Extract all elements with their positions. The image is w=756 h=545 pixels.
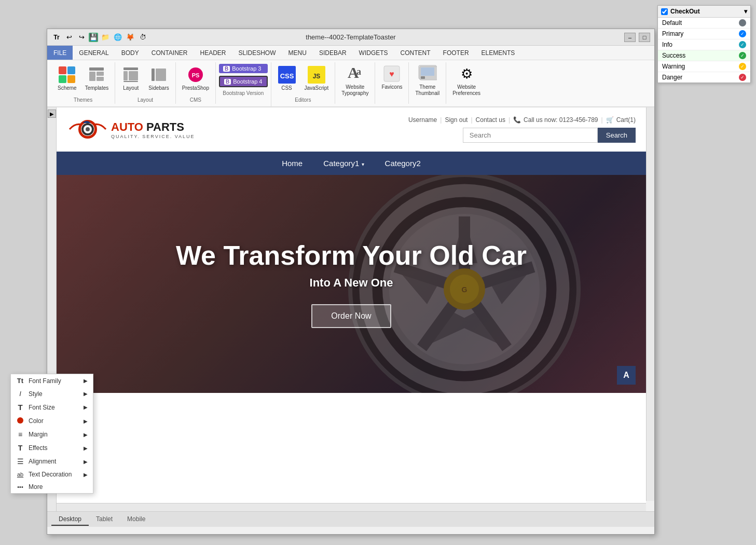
redo-icon[interactable]: ↪ (76, 32, 87, 43)
nav-category2[interactable]: Category2 (385, 159, 421, 168)
default-dot (739, 19, 746, 26)
css-icon: CSS (278, 65, 296, 84)
undo-icon[interactable]: ↩ (64, 32, 74, 43)
checkout-item-default[interactable]: Default (658, 18, 750, 29)
svg-text:♥: ♥ (390, 70, 395, 78)
scheme-button[interactable]: Scheme (54, 63, 80, 93)
scroll-top-button[interactable]: A (617, 366, 636, 385)
editor-window: Tr ↩ ↪ 💾 📁 🌐 🦊 ⏱ theme--4002-TemplateToa… (47, 29, 655, 535)
color-icon (16, 417, 24, 425)
font-family-arrow: ▶ (84, 378, 88, 384)
menu-file[interactable]: FILE (47, 46, 73, 60)
javascript-button[interactable]: JS JavaScript (301, 63, 332, 93)
menu-sidebar[interactable]: SIDEBAR (313, 46, 353, 60)
website-typography-button[interactable]: A a WebsiteTypography (338, 62, 372, 99)
ribbon-group-preferences: ⚙ WebsitePreferences (446, 62, 487, 104)
checkout-item-success[interactable]: Success ✓ (658, 50, 750, 61)
tab-tablet[interactable]: Tablet (89, 513, 120, 526)
menu-container[interactable]: CONTAINER (145, 46, 194, 60)
window-controls[interactable]: – □ (624, 33, 650, 42)
menu-body[interactable]: BODY (115, 46, 145, 60)
menu-footer[interactable]: FOOTER (437, 46, 475, 60)
cart-link[interactable]: Cart(1) (616, 116, 636, 124)
svg-rect-5 (123, 71, 128, 80)
save-icon[interactable]: 💾 (89, 33, 98, 42)
layout-label: Layout (123, 85, 139, 91)
checkout-item-warning[interactable]: Warning ✓ (658, 61, 750, 72)
signout-link[interactable]: Sign out (445, 116, 468, 124)
ctx-font-family[interactable]: Tt Font Family ▶ (11, 374, 93, 387)
logo-sub: QUALITY. SERVICE. VALUE (111, 134, 195, 139)
tab-desktop[interactable]: Desktop (51, 513, 89, 526)
ribbon-group-typography: A a WebsiteTypography (335, 62, 375, 104)
phone-number: Call us now: 0123-456-789 (524, 116, 598, 124)
favicons-button[interactable]: ♥ Favicons (378, 62, 405, 92)
preview-scrollbar-bottom[interactable] (57, 503, 646, 511)
menu-elements[interactable]: ELEMENTS (475, 46, 521, 60)
checkout-item-primary[interactable]: Primary ✓ (658, 29, 750, 39)
ctx-font-size[interactable]: T Font Size ▶ (11, 400, 93, 414)
minimize-button[interactable]: – (624, 33, 636, 42)
theme-thumbnail-button[interactable]: ThemeThumbnail (412, 62, 443, 99)
menu-slideshow[interactable]: SLIDESHOW (232, 46, 282, 60)
preferences-label: WebsitePreferences (452, 84, 480, 97)
prestashop-button[interactable]: PS PrestaShop (179, 63, 212, 93)
menu-widgets[interactable]: WIDGETS (353, 46, 394, 60)
checkout-success-label: Success (662, 52, 685, 59)
templates-label: Templates (85, 85, 109, 91)
menu-general[interactable]: GENERAL (73, 46, 115, 60)
nav-category1[interactable]: Category1 ▾ (323, 159, 364, 168)
bs4-badge: B (224, 79, 231, 85)
checkout-arrow[interactable]: ▾ (744, 8, 747, 15)
website-preferences-button[interactable]: ⚙ WebsitePreferences (449, 62, 484, 99)
checkout-checkbox[interactable] (661, 8, 668, 15)
search-button[interactable]: Search (598, 128, 636, 143)
tab-mobile[interactable]: Mobile (120, 513, 153, 526)
maximize-button[interactable]: □ (639, 33, 650, 42)
browser-icon2[interactable]: 🦊 (125, 32, 135, 43)
toggle-btn[interactable]: ▶ (48, 110, 56, 118)
ctx-margin[interactable]: ≡ Margin ▶ (11, 428, 93, 441)
sidebars-button[interactable]: Sidebars (145, 63, 172, 93)
logo-image (67, 113, 108, 146)
preview-scrollbar-right[interactable] (646, 107, 654, 501)
text-icon[interactable]: Tr (51, 32, 62, 43)
checkout-item-danger[interactable]: Danger ✓ (658, 72, 750, 83)
css-button[interactable]: CSS CSS (274, 63, 299, 93)
typography-icon: A a (346, 64, 364, 83)
svg-rect-8 (152, 69, 155, 81)
ctx-text-decoration[interactable]: ab Text Decoration ▶ (11, 468, 93, 481)
svg-text:JS: JS (313, 73, 321, 80)
menu-menu[interactable]: MENU (282, 46, 313, 60)
site-logo: AUTO PARTS QUALITY. SERVICE. VALUE (67, 113, 195, 146)
checkout-header[interactable]: CheckOut ▾ (658, 6, 750, 18)
hero-title: We Transform Your Old Car (176, 240, 527, 271)
templates-button[interactable]: Templates (82, 63, 112, 93)
layout-button[interactable]: Layout (118, 63, 143, 93)
checkout-item-info[interactable]: Info ✓ (658, 39, 750, 50)
menu-content[interactable]: CONTENT (394, 46, 437, 60)
scroll-top-icon: A (623, 371, 629, 380)
ctx-more[interactable]: ••• More (11, 481, 93, 493)
bootstrap4-button[interactable]: B Bootstrap 4 (219, 76, 268, 87)
timer-icon[interactable]: ⏱ (138, 32, 148, 43)
bootstrap3-button[interactable]: B Bootstrap 3 (219, 64, 268, 73)
order-now-button[interactable]: Order Now (311, 304, 391, 328)
search-input[interactable] (463, 128, 598, 143)
username-link[interactable]: Username (408, 116, 437, 124)
layout-items: Layout Sidebars (118, 62, 172, 94)
nav-home[interactable]: Home (282, 159, 303, 168)
style-icon: I (16, 390, 24, 398)
context-menu: Tt Font Family ▶ I Style ▶ T Font Size ▶… (10, 374, 93, 494)
ctx-style-label: Style (29, 390, 43, 398)
ctx-style[interactable]: I Style ▶ (11, 387, 93, 400)
contact-link[interactable]: Contact us (476, 116, 505, 124)
ctx-alignment[interactable]: ☰ Alignment ▶ (11, 455, 93, 468)
menu-header[interactable]: HEADER (194, 46, 232, 60)
open-icon[interactable]: 📁 (100, 32, 111, 43)
ctx-color-label: Color (29, 417, 44, 425)
checkout-dropdown[interactable]: CheckOut ▾ Default Primary ✓ Info ✓ Succ… (657, 5, 751, 83)
browser-icon1[interactable]: 🌐 (113, 32, 123, 43)
ctx-effects[interactable]: T Effects ▶ (11, 441, 93, 455)
ctx-color[interactable]: Color ▶ (11, 414, 93, 428)
